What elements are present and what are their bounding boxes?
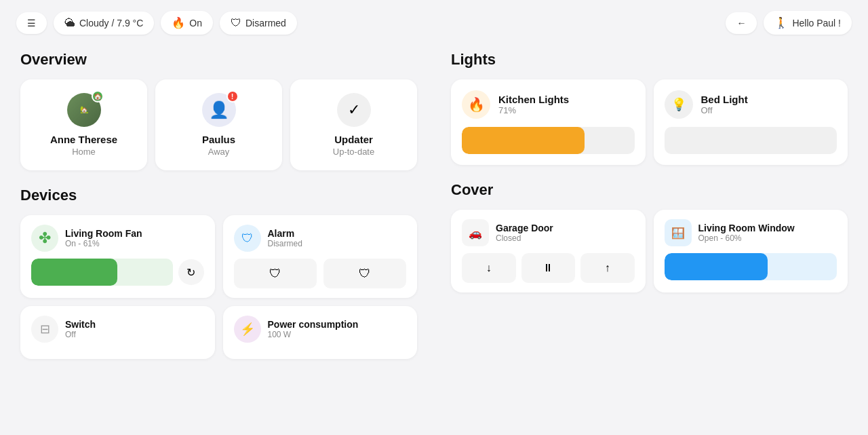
power-info: Power consumption 100 W [268,319,359,339]
power-header: ⚡ Power consumption 100 W [234,316,407,343]
fan-bar-fill [31,259,117,286]
weather-pill[interactable]: 🌥 Cloudy / 7.9 °C [54,12,154,35]
garage-pause-button[interactable]: ⏸ [521,253,576,283]
kitchen-bar-bg [462,127,635,154]
weather-text: Cloudy / 7.9 °C [79,18,143,29]
window-status: Open - 60% [698,233,795,243]
right-column: Lights 🔥 Kitchen Lights 71% [451,45,848,359]
bed-header: 💡 Bed Light Off [665,90,837,119]
switch-icon: ⊟ [31,316,58,343]
devices-title: Devices [20,187,417,204]
kitchen-icon: 🔥 [462,90,490,119]
anne-sub: Home [72,147,96,157]
kitchen-bar-fill [462,127,585,154]
lights-cards: 🔥 Kitchen Lights 71% 💡 [451,79,848,165]
overview-section: Overview 🏡 🏠 Anne Therese Home 👤 ! [20,51,417,170]
switch-header: ⊟ Switch Off [31,316,204,343]
alarm-name: Alarm [268,228,302,239]
bed-info: Bed Light Off [701,94,748,115]
switch-status: Off [65,330,96,339]
bed-status: Off [701,105,748,115]
main-content: Overview 🏡 🏠 Anne Therese Home 👤 ! [0,45,868,373]
devices-grid: ✤ Living Room Fan On - 61% ↻ [20,215,417,359]
device-card-switch[interactable]: ⊟ Switch Off [20,306,215,359]
cover-card-window[interactable]: 🪟 Living Room Window Open - 60% [654,210,848,292]
cover-title: Cover [451,181,848,199]
garage-info: Garage Door Closed [496,223,553,243]
garage-name: Garage Door [496,223,553,233]
menu-icon: ☰ [27,18,36,29]
garage-down-button[interactable]: ↓ [462,253,516,283]
top-left-controls: ☰ 🌥 Cloudy / 7.9 °C 🔥 On 🛡 Disarmed [16,11,297,35]
kitchen-header: 🔥 Kitchen Lights 71% [462,90,635,119]
paulus-sub: Away [208,147,230,157]
device-card-fan[interactable]: ✤ Living Room Fan On - 61% ↻ [20,215,215,298]
window-bar-bg [665,253,837,280]
fan-icon: ✤ [31,225,58,252]
garage-status: Closed [496,233,553,243]
alarm-arm-button[interactable]: 🛡 [323,259,406,288]
alarm-icon: 🛡 [234,225,261,252]
greeting-text: Hello Paul ! [792,18,841,29]
fan-bar-bg [31,259,173,286]
power-icon: ⚡ [234,316,261,343]
fan-status: On - 61% [65,239,142,248]
garage-header: 🚗 Garage Door Closed [462,219,635,246]
power-status: 100 W [268,330,359,339]
garage-up-button[interactable]: ↑ [580,253,635,283]
fan-info: Living Room Fan On - 61% [65,228,142,248]
window-bar-fill [665,253,768,280]
switch-info: Switch Off [65,319,96,339]
shield-icon: 🛡 [231,17,241,29]
greeting-pill[interactable]: 🚶 Hello Paul ! [764,11,852,35]
menu-button[interactable]: ☰ [16,12,47,34]
security-text: Disarmed [245,18,286,29]
user-icon: 🚶 [774,16,788,29]
bed-bar-bg [665,127,837,154]
paulus-avatar-container: 👤 ! [202,93,236,127]
window-icon: 🪟 [665,219,692,246]
paulus-name: Paulus [202,134,235,145]
switch-name: Switch [65,319,96,330]
bed-icon: 💡 [665,90,693,119]
overview-cards: 🏡 🏠 Anne Therese Home 👤 ! Paulus Away [20,79,417,170]
overview-card-anne[interactable]: 🏡 🏠 Anne Therese Home [20,79,147,170]
fan-name: Living Room Fan [65,228,142,239]
fire-icon: 🔥 [172,16,185,29]
kitchen-info: Kitchen Lights 71% [498,94,569,115]
device-card-alarm[interactable]: 🛡 Alarm Disarmed 🛡 🛡 [223,215,418,298]
garage-buttons: ↓ ⏸ ↑ [462,253,635,283]
fire-text: On [189,18,202,29]
window-name: Living Room Window [698,223,795,233]
alarm-disarm-button[interactable]: 🛡 [234,259,317,288]
updater-icon: ✓ [337,93,371,127]
window-info: Living Room Window Open - 60% [698,223,795,243]
back-button[interactable]: ← [726,12,757,34]
overview-title: Overview [20,51,417,69]
alarm-buttons: 🛡 🛡 [234,259,407,288]
fan-header: ✤ Living Room Fan On - 61% [31,225,204,252]
window-header: 🪟 Living Room Window Open - 60% [665,219,837,246]
device-card-power[interactable]: ⚡ Power consumption 100 W [223,306,418,359]
cover-card-garage[interactable]: 🚗 Garage Door Closed ↓ ⏸ ↑ [451,210,646,292]
light-card-kitchen[interactable]: 🔥 Kitchen Lights 71% [451,79,646,165]
fire-pill[interactable]: 🔥 On [161,11,213,35]
top-bar: ☰ 🌥 Cloudy / 7.9 °C 🔥 On 🛡 Disarmed ← 🚶 … [0,0,868,45]
cover-section: Cover 🚗 Garage Door Closed ↓ ⏸ ↑ [451,181,848,292]
lights-section: Lights 🔥 Kitchen Lights 71% [451,51,848,165]
power-name: Power consumption [268,319,359,330]
security-pill[interactable]: 🛡 Disarmed [220,12,297,35]
overview-card-paulus[interactable]: 👤 ! Paulus Away [155,79,282,170]
garage-icon: 🚗 [462,219,489,246]
overview-card-updater[interactable]: ✓ Updater Up-to-date [290,79,417,170]
top-right-controls: ← 🚶 Hello Paul ! [726,11,852,35]
kitchen-status: 71% [498,105,569,115]
back-icon: ← [736,18,746,29]
fan-refresh-button[interactable]: ↻ [178,259,204,285]
updater-name: Updater [334,134,373,145]
cover-cards: 🚗 Garage Door Closed ↓ ⏸ ↑ [451,210,848,292]
anne-badge: 🏠 [92,90,104,102]
devices-section: Devices ✤ Living Room Fan On - 61% [20,187,417,359]
light-card-bed[interactable]: 💡 Bed Light Off [654,79,848,165]
left-column: Overview 🏡 🏠 Anne Therese Home 👤 ! [20,45,417,359]
